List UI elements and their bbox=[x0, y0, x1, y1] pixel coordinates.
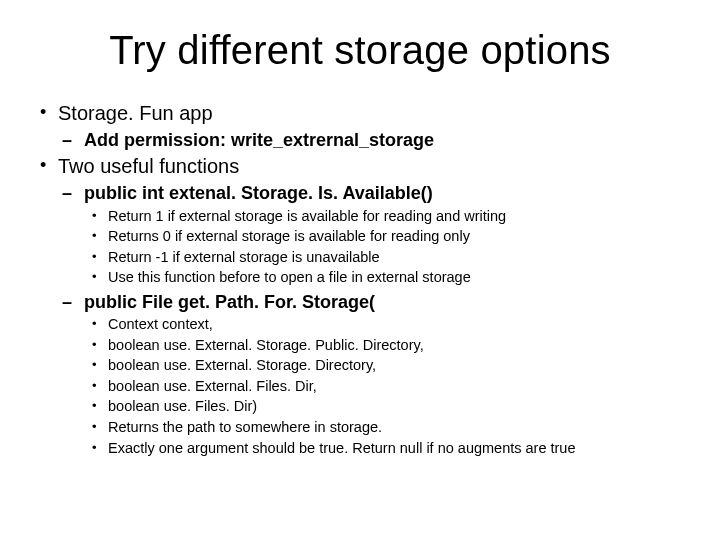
detail-item: Return 1 if external storage is availabl… bbox=[84, 207, 690, 227]
detail-item: Returns the path to somewhere in storage… bbox=[84, 418, 690, 438]
detail-item: Exactly one argument should be true. Ret… bbox=[84, 439, 690, 459]
sub-list: Add permission: write_extrernal_storage bbox=[58, 128, 690, 152]
detail-item: boolean use. External. Files. Dir, bbox=[84, 377, 690, 397]
detail-item: Return -1 if external storage is unavail… bbox=[84, 248, 690, 268]
sub-bullet-function-available: public int extenal. Storage. Is. Availab… bbox=[58, 181, 690, 288]
sub-bullet-text: Add permission: write_extrernal_storage bbox=[84, 130, 434, 150]
function-signature: public int extenal. Storage. Is. Availab… bbox=[84, 183, 433, 203]
detail-item: Context context, bbox=[84, 315, 690, 335]
detail-list: Return 1 if external storage is availabl… bbox=[84, 207, 690, 288]
slide-title: Try different storage options bbox=[30, 28, 690, 73]
detail-item: Returns 0 if external storage is availab… bbox=[84, 227, 690, 247]
bullet-label: Storage. Fun app bbox=[58, 102, 213, 124]
detail-item: boolean use. External. Storage. Director… bbox=[84, 356, 690, 376]
detail-item: boolean use. Files. Dir) bbox=[84, 397, 690, 417]
bullet-list: Storage. Fun app Add permission: write_e… bbox=[30, 101, 690, 458]
sub-list: public int extenal. Storage. Is. Availab… bbox=[58, 181, 690, 458]
slide: Try different storage options Storage. F… bbox=[0, 0, 720, 540]
detail-item: boolean use. External. Storage. Public. … bbox=[84, 336, 690, 356]
bullet-two-functions: Two useful functions public int extenal.… bbox=[30, 154, 690, 458]
function-signature: public File get. Path. For. Storage( bbox=[84, 292, 375, 312]
detail-item: Use this function before to open a file … bbox=[84, 268, 690, 288]
detail-list: Context context, boolean use. External. … bbox=[84, 315, 690, 458]
bullet-label: Two useful functions bbox=[58, 155, 239, 177]
sub-bullet-permission: Add permission: write_extrernal_storage bbox=[58, 128, 690, 152]
bullet-storage-fun-app: Storage. Fun app Add permission: write_e… bbox=[30, 101, 690, 152]
sub-bullet-function-getpath: public File get. Path. For. Storage( Con… bbox=[58, 290, 690, 458]
